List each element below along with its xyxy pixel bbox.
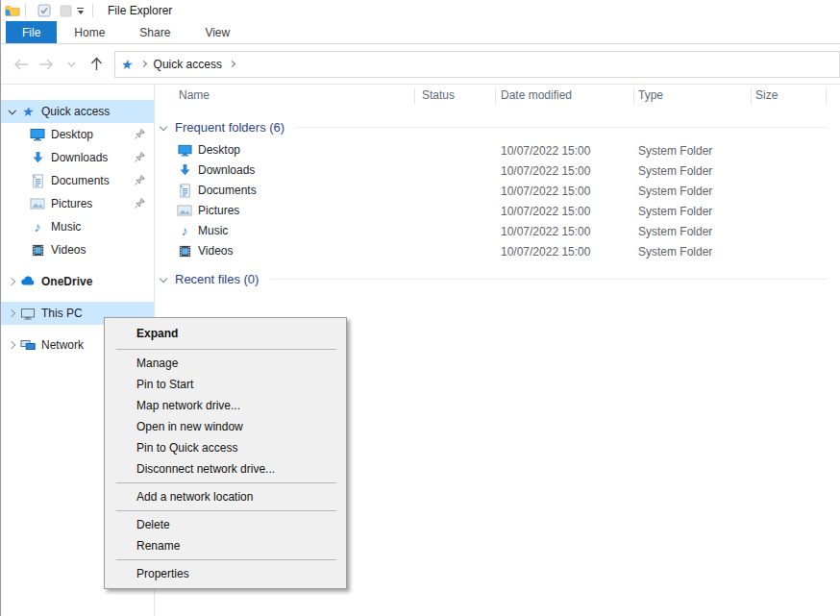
up-button-icon[interactable] (84, 52, 109, 77)
menu-divider (116, 559, 336, 560)
pin-icon (134, 174, 146, 186)
group-header-frequent-folders[interactable]: Frequent folders (6) (161, 117, 840, 136)
sidebar-item-pictures[interactable]: Pictures (1, 192, 154, 215)
chevron-right-icon[interactable] (8, 341, 15, 349)
documents-icon (30, 173, 45, 188)
divider (25, 4, 26, 17)
file-explorer-logo-icon (5, 3, 20, 18)
column-divider[interactable] (414, 87, 415, 105)
column-header-type[interactable]: Type (638, 88, 663, 102)
chevron-down-icon[interactable] (160, 123, 167, 131)
menu-item-delete[interactable]: Delete (105, 514, 346, 535)
sidebar-item-downloads[interactable]: Downloads (1, 146, 154, 169)
sidebar-item-videos[interactable]: Videos (1, 238, 154, 261)
file-row-documents[interactable]: Documents 10/07/2022 15:00 System Folder (155, 182, 840, 202)
file-row-desktop[interactable]: Desktop 10/07/2022 15:00 System Folder (155, 141, 840, 161)
pin-icon (134, 197, 146, 209)
pin-icon (134, 151, 146, 163)
file-explorer-window: File Explorer File Home Share View ★ Qui… (0, 0, 840, 616)
column-header-date-modified[interactable]: Date modified (501, 88, 572, 102)
menu-divider (116, 510, 336, 511)
group-rule (270, 279, 827, 280)
column-header-name[interactable]: Name (179, 88, 210, 102)
address-bar[interactable]: ★ Quick access (114, 51, 840, 78)
column-divider[interactable] (495, 87, 496, 105)
onedrive-icon (20, 274, 36, 289)
title-bar: File Explorer (1, 0, 840, 21)
sidebar-item-onedrive[interactable]: OneDrive (1, 270, 154, 293)
column-divider[interactable] (826, 87, 827, 105)
chevron-right-icon[interactable] (8, 309, 15, 317)
breadcrumb-quick-access[interactable]: Quick access (154, 58, 222, 71)
pictures-icon (177, 203, 192, 218)
desktop-icon (177, 142, 192, 158)
recent-locations-dropdown-icon[interactable] (59, 52, 84, 77)
customize-toolbar-dropdown-icon[interactable] (77, 8, 84, 14)
column-divider[interactable] (751, 87, 752, 105)
column-header-row: Name Status Date modified Type Size (155, 85, 840, 108)
quick-access-star-icon: ★ (120, 58, 134, 71)
music-icon: ♪ (30, 219, 45, 234)
menu-item-disconnect-network-drive[interactable]: Disconnect network drive... (105, 458, 346, 480)
back-button-icon[interactable] (9, 52, 34, 77)
menu-divider (116, 349, 336, 350)
tab-share[interactable]: Share (122, 21, 187, 43)
menu-item-rename[interactable]: Rename (105, 535, 346, 556)
file-row-music[interactable]: ♪ Music 10/07/2022 15:00 System Folder (155, 222, 840, 242)
divider (92, 4, 93, 17)
file-row-videos[interactable]: Videos 10/07/2022 15:00 System Folder (155, 242, 840, 262)
menu-item-manage[interactable]: Manage (105, 353, 346, 374)
menu-item-expand[interactable]: Expand (105, 321, 346, 346)
chevron-down-icon[interactable] (8, 107, 15, 114)
sidebar-item-music[interactable]: ♪ Music (1, 215, 154, 238)
menu-item-pin-to-start[interactable]: Pin to Start (105, 374, 346, 395)
ribbon-tab-bar: File Home Share View (1, 21, 840, 44)
group-rule (296, 127, 827, 128)
menu-item-properties[interactable]: Properties (105, 563, 346, 584)
tab-file[interactable]: File (6, 21, 57, 43)
file-row-pictures[interactable]: Pictures 10/07/2022 15:00 System Folder (155, 202, 840, 222)
menu-divider (116, 482, 336, 483)
tab-home[interactable]: Home (57, 21, 122, 43)
sidebar-item-quick-access[interactable]: ★ Quick access (1, 100, 154, 123)
sidebar-item-documents[interactable]: Documents (1, 169, 154, 192)
group-header-recent-files[interactable]: Recent files (0) (161, 269, 840, 288)
videos-icon (30, 242, 45, 258)
breadcrumb-chevron-icon[interactable] (140, 61, 147, 67)
downloads-icon (30, 150, 45, 165)
column-header-status[interactable]: Status (422, 88, 455, 102)
breadcrumb-chevron-icon[interactable] (229, 61, 235, 67)
new-folder-icon[interactable] (58, 3, 73, 18)
menu-item-pin-to-quick-access[interactable]: Pin to Quick access (105, 437, 346, 458)
frequent-folders-list: Desktop 10/07/2022 15:00 System Folder D… (155, 141, 840, 262)
music-icon: ♪ (177, 223, 192, 238)
column-divider[interactable] (633, 87, 634, 105)
tab-view[interactable]: View (187, 21, 247, 43)
documents-icon (177, 183, 192, 198)
quick-access-star-icon: ★ (20, 104, 36, 119)
menu-item-open-in-new-window[interactable]: Open in new window (105, 416, 346, 437)
column-header-size[interactable]: Size (755, 88, 778, 102)
chevron-down-icon[interactable] (160, 275, 167, 283)
menu-item-map-network-drive[interactable]: Map network drive... (105, 395, 346, 416)
forward-button-icon[interactable] (34, 52, 59, 77)
network-icon (20, 337, 36, 353)
context-menu: Expand Manage Pin to Start Map network d… (104, 317, 347, 589)
pictures-icon (30, 196, 45, 211)
pin-icon (134, 128, 146, 140)
navigation-bar: ★ Quick access (1, 44, 840, 85)
desktop-icon (30, 127, 45, 142)
window-title: File Explorer (108, 4, 172, 17)
sidebar-item-desktop[interactable]: Desktop (1, 123, 154, 146)
file-row-downloads[interactable]: Downloads 10/07/2022 15:00 System Folder (155, 161, 840, 182)
videos-icon (177, 243, 192, 259)
downloads-icon (177, 162, 192, 178)
chevron-right-icon[interactable] (8, 278, 15, 285)
properties-check-icon[interactable] (37, 3, 52, 18)
menu-item-add-a-network-location[interactable]: Add a network location (105, 486, 346, 507)
this-pc-icon (20, 306, 36, 321)
